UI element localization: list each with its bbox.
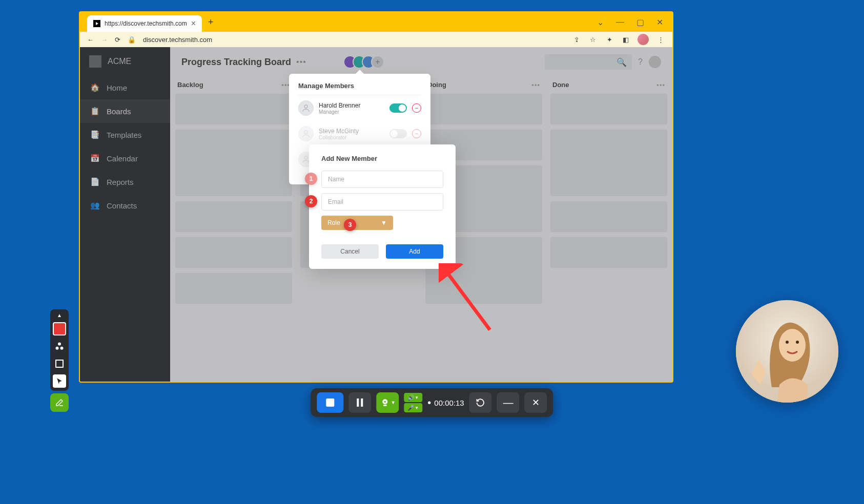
- address-bar: ← → ⟳ 🔒 discover.techsmith.com ⇪ ☆ ✦ ◧ ⋮: [80, 32, 672, 47]
- svg-point-0: [304, 105, 307, 108]
- new-tab-button[interactable]: +: [208, 17, 214, 28]
- member-toggle[interactable]: [389, 103, 407, 113]
- extensions-icon[interactable]: ✦: [605, 35, 614, 44]
- color-swatch-button[interactable]: [53, 322, 66, 335]
- reload-button[interactable]: ⟳: [115, 36, 120, 44]
- shapes-tool-button[interactable]: [53, 340, 66, 353]
- add-member-modal: Add New Member 1 2 Role ▼ 3 Cancel Add: [309, 144, 456, 269]
- member-name: Steve McGinty: [319, 128, 384, 135]
- role-select[interactable]: Role ▼: [321, 216, 393, 230]
- forward-button[interactable]: →: [101, 36, 108, 44]
- browser-tab[interactable]: https://discover.techsmith.com ×: [87, 15, 202, 32]
- svg-rect-13: [56, 360, 63, 367]
- chevron-down-icon: ▼: [391, 400, 396, 405]
- modal-title: Add New Member: [321, 155, 443, 162]
- rectangle-tool-button[interactable]: [53, 357, 66, 370]
- remove-member-button[interactable]: −: [412, 103, 421, 113]
- svg-point-10: [58, 343, 61, 346]
- svg-point-11: [56, 347, 59, 350]
- remove-member-button[interactable]: −: [412, 129, 421, 138]
- audio-controls: 🔊▼ 🎤▼: [404, 393, 422, 412]
- email-input[interactable]: [321, 193, 443, 211]
- svg-point-9: [796, 341, 799, 344]
- svg-point-7: [779, 329, 806, 362]
- recorder-bar: ▼ 🔊▼ 🎤▼ 00:00:13 — ✕: [311, 388, 553, 417]
- member-name: Harold Brenner: [319, 102, 384, 109]
- sidepanel-icon[interactable]: ◧: [621, 35, 630, 44]
- app-root: ACME 🏠 Home 📋 Boards 📑 Templates 📅 Calen…: [80, 47, 672, 382]
- menu-icon[interactable]: ⋮: [656, 35, 665, 44]
- step-badge-1: 1: [305, 173, 317, 185]
- time-value: 00:00:13: [434, 398, 464, 407]
- name-input[interactable]: [321, 171, 443, 188]
- tab-favicon-icon: [93, 20, 100, 27]
- chevron-down-icon: ▼: [381, 219, 387, 226]
- mic-button[interactable]: 🎤▼: [404, 403, 422, 412]
- close-recorder-button[interactable]: ✕: [525, 392, 547, 413]
- recording-indicator-icon: [427, 397, 431, 409]
- maximize-button[interactable]: ▢: [636, 17, 644, 27]
- edit-button[interactable]: [50, 393, 69, 412]
- member-toggle[interactable]: [389, 129, 407, 138]
- tab-close-icon[interactable]: ×: [191, 19, 196, 28]
- member-role: Manager: [319, 109, 384, 115]
- window-controls: ⌄ — ▢ ✕: [597, 17, 672, 27]
- minimize-recorder-button[interactable]: —: [497, 392, 520, 413]
- svg-rect-16: [383, 405, 386, 406]
- restart-button[interactable]: [469, 392, 492, 413]
- role-label: Role: [327, 219, 340, 226]
- recording-time: 00:00:13: [427, 397, 464, 409]
- svg-point-15: [384, 401, 385, 403]
- annotation-toolbar: ▲: [50, 309, 69, 391]
- webcam-preview[interactable]: [736, 300, 838, 403]
- pause-recording-button[interactable]: [348, 392, 371, 413]
- svg-point-8: [786, 341, 789, 344]
- lock-icon: 🔒: [128, 36, 136, 44]
- url-text[interactable]: discover.techsmith.com: [143, 36, 212, 44]
- system-audio-button[interactable]: 🔊▼: [404, 393, 422, 402]
- back-button[interactable]: ←: [87, 36, 94, 44]
- member-role: Collaborator: [319, 135, 384, 140]
- close-window-button[interactable]: ✕: [656, 17, 663, 27]
- cancel-button[interactable]: Cancel: [321, 244, 379, 259]
- stop-recording-button[interactable]: [317, 392, 343, 413]
- bookmark-icon[interactable]: ☆: [588, 35, 598, 44]
- webcam-toggle-button[interactable]: ▼: [376, 392, 399, 413]
- browser-window: https://discover.techsmith.com × + ⌄ — ▢…: [79, 11, 673, 383]
- share-icon[interactable]: ⇪: [572, 35, 581, 44]
- step-badge-3: 3: [344, 219, 356, 231]
- member-avatar-icon: [298, 100, 314, 116]
- minimize-button[interactable]: —: [616, 17, 624, 27]
- member-row: Steve McGinty Collaborator −: [298, 121, 421, 146]
- member-avatar-icon: [298, 126, 314, 141]
- step-badge-2: 2: [305, 195, 317, 207]
- svg-point-1: [304, 131, 307, 134]
- add-button[interactable]: Add: [386, 244, 443, 259]
- profile-avatar[interactable]: [637, 34, 649, 45]
- member-row: Harold Brenner Manager −: [298, 95, 421, 121]
- popover-title: Manage Members: [298, 82, 421, 95]
- svg-point-12: [60, 347, 64, 350]
- tab-title: https://discover.techsmith.com: [105, 20, 187, 27]
- minimize-icon[interactable]: ⌄: [597, 17, 604, 27]
- collapse-icon[interactable]: ▲: [57, 312, 62, 318]
- svg-point-2: [304, 156, 307, 159]
- browser-title-bar: https://discover.techsmith.com × + ⌄ — ▢…: [80, 12, 672, 32]
- cursor-tool-button[interactable]: [53, 374, 66, 388]
